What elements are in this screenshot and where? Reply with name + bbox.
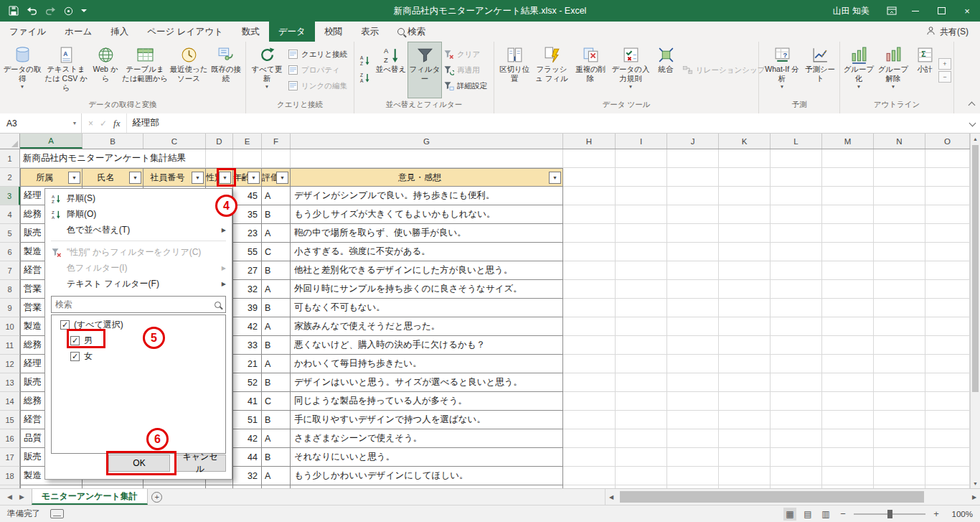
cell-K13[interactable] [719, 373, 771, 392]
column-header-E[interactable]: E [233, 134, 262, 149]
user-name[interactable]: 山田 知美 [833, 5, 870, 17]
cell-N8[interactable] [874, 280, 925, 299]
cell-L4[interactable] [771, 205, 822, 224]
cell-J17[interactable] [667, 448, 719, 467]
cell-K8[interactable] [719, 280, 771, 299]
enter-entry-icon[interactable]: ✓ [100, 118, 107, 129]
cell-N3[interactable] [874, 187, 925, 205]
cell-O13[interactable] [925, 373, 970, 392]
sort-descending-button[interactable]: ZA [357, 71, 373, 87]
row-header-5[interactable]: 5 [0, 224, 20, 243]
cell-L6[interactable] [771, 243, 822, 261]
cell-E10[interactable]: 42 [233, 317, 262, 336]
hide-detail-button[interactable]: − [938, 71, 951, 83]
cancel-button[interactable]: キャンセル [174, 455, 226, 472]
cell-N13[interactable] [874, 373, 925, 392]
cell-H13[interactable] [563, 373, 616, 392]
advanced-filter-button[interactable]: 詳細設定 [441, 78, 491, 93]
cell-J6[interactable] [667, 243, 719, 261]
zoom-out-button[interactable]: − [837, 508, 849, 519]
cell-N16[interactable] [874, 429, 925, 448]
cell-J12[interactable] [667, 355, 719, 373]
cell-G12[interactable]: かわいくて毎日持ち歩きたい。 [291, 355, 563, 373]
cell-L5[interactable] [771, 224, 822, 243]
undo-icon[interactable] [27, 6, 37, 15]
row-header-15[interactable]: 15 [0, 411, 20, 429]
tab-ページ レイアウト[interactable]: ページ レイアウト [138, 22, 232, 42]
cell-L1[interactable] [771, 149, 822, 168]
cell-D1[interactable] [206, 149, 233, 168]
cell-H3[interactable] [563, 187, 616, 205]
cell-J16[interactable] [667, 429, 719, 448]
new-sheet-button[interactable]: + [148, 489, 166, 505]
cell-E13[interactable]: 52 [233, 373, 262, 392]
horizontal-scrollbar[interactable]: ◀ ▶ [605, 489, 980, 505]
cell-K14[interactable] [719, 392, 771, 411]
cell-I3[interactable] [616, 187, 667, 205]
tab-ホーム[interactable]: ホーム [55, 22, 101, 42]
column-header-G[interactable]: G [291, 134, 563, 149]
cell-O7[interactable] [925, 261, 970, 280]
cell-O5[interactable] [925, 224, 970, 243]
cell-H9[interactable] [563, 299, 616, 317]
cell-F18[interactable]: A [262, 467, 291, 485]
cell-F3[interactable]: A [262, 187, 291, 205]
cell-M3[interactable] [822, 187, 874, 205]
cell-M12[interactable] [822, 355, 874, 373]
filter-dropdown-button-F[interactable]: ▼ [276, 172, 288, 184]
cell-I18[interactable] [616, 467, 667, 485]
zoom-slider[interactable] [854, 513, 925, 515]
cell-L12[interactable] [771, 355, 822, 373]
subtotal-button[interactable]: Σ小計 [911, 42, 938, 98]
cell-J3[interactable] [667, 187, 719, 205]
cell-G18[interactable]: もう少しかわいいデザインにしてほしい。 [291, 467, 563, 485]
cell-H12[interactable] [563, 355, 616, 373]
cell-I10[interactable] [616, 317, 667, 336]
cell-L10[interactable] [771, 317, 822, 336]
cell-L17[interactable] [771, 448, 822, 467]
filter-dropdown-button-A[interactable]: ▼ [68, 172, 80, 184]
cell-G17[interactable]: それなりにいいと思う。 [291, 448, 563, 467]
cell-J13[interactable] [667, 373, 719, 392]
cell-L3[interactable] [771, 187, 822, 205]
show-detail-button[interactable]: + [938, 58, 951, 70]
sort-ascending-button[interactable]: AZ [357, 54, 373, 70]
cell-A1[interactable]: 新商品社内モニターアンケート集計結果 [20, 149, 206, 168]
row-header-4[interactable]: 4 [0, 205, 20, 224]
cell-M17[interactable] [822, 448, 874, 467]
cell-J14[interactable] [667, 392, 719, 411]
cell-N2[interactable] [874, 168, 925, 187]
cell-L14[interactable] [771, 392, 822, 411]
column-header-H[interactable]: H [563, 134, 616, 149]
scroll-left-icon[interactable]: ◀ [606, 494, 617, 500]
column-header-O[interactable]: O [925, 134, 970, 149]
cell-K12[interactable] [719, 355, 771, 373]
cell-G10[interactable]: 家族みんなで使えそうだと思った。 [291, 317, 563, 336]
cell-M15[interactable] [822, 411, 874, 429]
cell-M5[interactable] [822, 224, 874, 243]
cell-L2[interactable] [771, 168, 822, 187]
cell-N17[interactable] [874, 448, 925, 467]
cell-M6[interactable] [822, 243, 874, 261]
refresh-all-button[interactable]: すべて更新▼ [248, 42, 286, 98]
cell-M9[interactable] [822, 299, 874, 317]
properties-button[interactable]: プロパティ [286, 62, 352, 78]
cell-E4[interactable]: 35 [233, 205, 262, 224]
cell-O4[interactable] [925, 205, 970, 224]
cell-K17[interactable] [719, 448, 771, 467]
cell-F8[interactable]: A [262, 280, 291, 299]
group-button[interactable]: グループ化▼ [842, 42, 875, 98]
cell-O10[interactable] [925, 317, 970, 336]
row-header-10[interactable]: 10 [0, 317, 20, 336]
cell-N4[interactable] [874, 205, 925, 224]
cell-J5[interactable] [667, 224, 719, 243]
cell-E8[interactable]: 32 [233, 280, 262, 299]
cell-I11[interactable] [616, 336, 667, 355]
row-header-17[interactable]: 17 [0, 448, 20, 467]
cell-O1[interactable] [925, 149, 970, 168]
cell-M13[interactable] [822, 373, 874, 392]
cell-N12[interactable] [874, 355, 925, 373]
cell-N6[interactable] [874, 243, 925, 261]
cell-H15[interactable] [563, 411, 616, 429]
row-header-9[interactable]: 9 [0, 299, 20, 317]
